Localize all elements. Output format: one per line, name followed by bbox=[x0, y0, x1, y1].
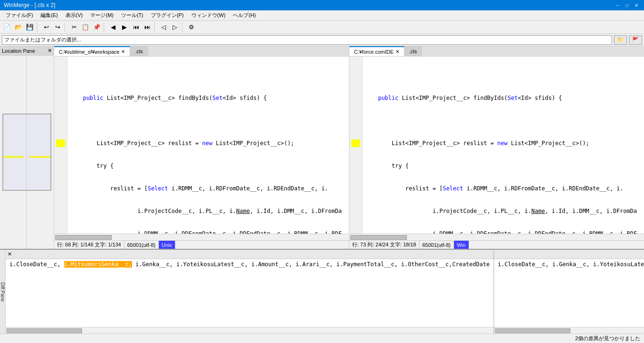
diff-right-section: i.CloseDate__c, i.Genka__c, i.YoteikosuL… bbox=[494, 250, 644, 334]
right-status-position: 行: 73 列: 24/24 文字: 18/18 bbox=[349, 241, 420, 249]
tb-redo[interactable]: ↪ bbox=[52, 22, 63, 33]
diff-right-hscroll[interactable] bbox=[494, 327, 644, 334]
tb-copy[interactable]: 📋 bbox=[80, 22, 91, 33]
browse-button[interactable]: 📁 bbox=[614, 35, 627, 45]
right-tab-path: C:¥force.comIDE bbox=[354, 49, 394, 55]
left-line-numbers bbox=[54, 57, 67, 234]
left-status-lineend: Unix bbox=[159, 241, 175, 249]
left-editor-panel: C:¥sublime_sf¥workspace ✕ .cls bbox=[54, 46, 349, 249]
right-editor-panel: C:¥force.comIDE ✕ .cls bbox=[349, 46, 644, 249]
right-tab-bar: C:¥force.comIDE ✕ .cls bbox=[349, 46, 644, 57]
left-tab-bar: C:¥sublime_sf¥workspace ✕ .cls bbox=[54, 46, 349, 57]
maximize-button[interactable]: □ bbox=[623, 1, 631, 9]
right-code-lines[interactable]: public List<IMP_Project__c> findByIds(Se… bbox=[363, 57, 644, 234]
diff-pane: Diff Pane ✕ i.CloseDate__c, i.MitsumoriG… bbox=[0, 249, 644, 343]
right-tab-file[interactable]: .cls bbox=[405, 46, 422, 56]
right-status-encoding: 65001(utf-8) bbox=[420, 241, 454, 249]
left-tab-file[interactable]: .cls bbox=[130, 46, 148, 56]
right-status-bar: 行: 73 列: 24/24 文字: 18/18 65001(utf-8) Wi… bbox=[349, 240, 644, 249]
right-tab-close[interactable]: ✕ bbox=[396, 49, 399, 54]
tb-open[interactable]: 📂 bbox=[13, 22, 24, 33]
tb-prev[interactable]: ◀ bbox=[108, 22, 118, 33]
title-bar: WinMerge - [.cls x 2] ─ □ ✕ bbox=[0, 0, 644, 10]
right-line-numbers bbox=[349, 57, 363, 234]
tb-merge-right[interactable]: ▷ bbox=[170, 22, 180, 33]
close-button[interactable]: ✕ bbox=[633, 1, 640, 9]
title-text: WinMerge - [.cls x 2] bbox=[4, 2, 55, 8]
tb-paste[interactable]: 📌 bbox=[91, 22, 102, 33]
right-h-scroll[interactable] bbox=[349, 234, 644, 240]
tb-options[interactable]: ⚙ bbox=[186, 22, 197, 33]
tb-sep1 bbox=[37, 22, 39, 33]
tb-sep5 bbox=[182, 22, 184, 33]
diff-pane-label: Diff Pane bbox=[0, 250, 6, 334]
location-pane-header: Location Pane ✕ bbox=[0, 46, 54, 56]
menu-view[interactable]: 表示(V) bbox=[62, 11, 87, 20]
location-pane-close[interactable]: ✕ bbox=[48, 48, 52, 54]
tb-first[interactable]: ⏮ bbox=[131, 22, 141, 33]
minimize-button[interactable]: ─ bbox=[614, 1, 621, 9]
menu-window[interactable]: ウィンドウ(W) bbox=[188, 11, 230, 20]
menu-bar: ファイル(F) 編集(E) 表示(V) マージ(M) ツール(T) プラグイン(… bbox=[0, 10, 644, 21]
left-tab[interactable]: C:¥sublime_sf¥workspace ✕ bbox=[54, 46, 130, 56]
toolbar: 📄 📂 💾 ↩ ↪ ✂ 📋 📌 ◀ ▶ ⏮ ⏭ ◁ ▷ ⚙ bbox=[0, 21, 644, 34]
location-pane-label: Location Pane bbox=[2, 48, 35, 54]
left-status-position: 行: 68 列: 1/146 文字: 1/134 bbox=[54, 241, 124, 249]
tb-cut[interactable]: ✂ bbox=[69, 22, 79, 33]
left-editor-content[interactable]: public List<IMP_Project__c> findByIds(Se… bbox=[54, 57, 349, 234]
tb-undo[interactable]: ↩ bbox=[41, 22, 51, 33]
left-status-bar: 行: 68 列: 1/146 文字: 1/134 65001(utf-8) Un… bbox=[54, 240, 349, 249]
path-bar: 📁 🚩 bbox=[0, 34, 644, 46]
menu-merge[interactable]: マージ(M) bbox=[86, 11, 117, 20]
menu-tools[interactable]: ツール(T) bbox=[117, 11, 147, 20]
open-button[interactable]: 🚩 bbox=[629, 35, 642, 45]
tb-sep2 bbox=[65, 22, 67, 33]
right-editor-content[interactable]: public List<IMP_Project__c> findByIds(Se… bbox=[349, 57, 644, 234]
menu-plugins[interactable]: プラグイン(P) bbox=[147, 11, 188, 20]
left-code-lines[interactable]: public List<IMP_Project__c> findByIds(Se… bbox=[67, 57, 349, 234]
location-pane: Location Pane ✕ bbox=[0, 46, 54, 249]
diff-left-section: ✕ i.CloseDate__c, i.MitsumoriGenka__c, i… bbox=[6, 250, 494, 334]
left-tab-close[interactable]: ✕ bbox=[121, 49, 125, 54]
left-status-encoding: 65001(utf-8) bbox=[124, 241, 159, 249]
tb-sep3 bbox=[104, 22, 106, 33]
menu-edit[interactable]: 編集(E) bbox=[37, 11, 62, 20]
diff-left-content[interactable]: i.CloseDate__c, i.MitsumoriGenka__c, i.G… bbox=[6, 259, 494, 327]
diff-status-bar: 2個の差異が見つかりました bbox=[0, 334, 644, 343]
left-h-scroll[interactable] bbox=[54, 234, 349, 240]
right-tab[interactable]: C:¥force.comIDE ✕ bbox=[349, 46, 405, 56]
location-pane-content bbox=[0, 56, 54, 249]
title-bar-controls: ─ □ ✕ bbox=[614, 1, 640, 9]
path-input[interactable] bbox=[2, 35, 612, 45]
menu-file[interactable]: ファイル(F) bbox=[2, 11, 37, 20]
menu-help[interactable]: ヘルプ(H) bbox=[229, 11, 259, 20]
diff-close-left[interactable]: ✕ bbox=[8, 251, 12, 257]
left-tab-path: C:¥sublime_sf¥workspace bbox=[59, 49, 119, 55]
diff-status-text: 2個の差異が見つかりました bbox=[575, 335, 640, 342]
tb-new[interactable]: 📄 bbox=[2, 22, 12, 33]
right-status-lineend: Win bbox=[454, 241, 469, 249]
tb-sep4 bbox=[154, 22, 157, 33]
diff-left-hscroll[interactable] bbox=[6, 327, 494, 334]
tb-last[interactable]: ⏭ bbox=[142, 22, 152, 33]
tb-save[interactable]: 💾 bbox=[25, 22, 35, 33]
tb-merge-left[interactable]: ◁ bbox=[158, 22, 169, 33]
tb-next[interactable]: ▶ bbox=[119, 22, 130, 33]
diff-right-content[interactable]: i.CloseDate__c, i.Genka__c, i.YoteikosuL… bbox=[494, 259, 644, 327]
